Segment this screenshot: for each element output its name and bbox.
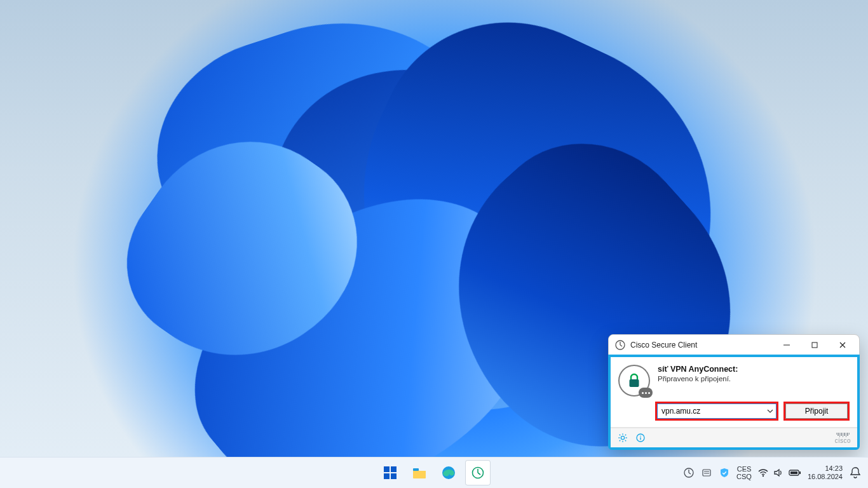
taskbar-clock[interactable]: 14:23 16.08.2024 [808, 464, 843, 481]
server-combobox[interactable] [657, 403, 776, 419]
svg-rect-1 [812, 342, 817, 348]
clock-time: 14:23 [808, 464, 843, 473]
gear-icon[interactable] [617, 432, 628, 444]
server-input[interactable] [658, 404, 764, 418]
svg-rect-5 [384, 466, 390, 472]
window-title: Cisco Secure Client [630, 341, 697, 349]
svg-rect-2 [630, 379, 639, 387]
battery-icon[interactable] [789, 469, 801, 477]
svg-rect-17 [790, 471, 797, 474]
tray-cisco-icon[interactable] [683, 467, 695, 478]
taskbar: CES CSQ 14:23 16.08.2024 [0, 457, 868, 488]
svg-rect-9 [413, 468, 419, 471]
connect-button-highlight: Připojit [783, 402, 850, 421]
window-close-button[interactable] [829, 336, 857, 355]
taskbar-cisco-client[interactable] [465, 460, 491, 485]
connect-button[interactable]: Připojit [785, 403, 848, 419]
start-button[interactable] [377, 460, 403, 485]
wifi-icon[interactable] [758, 468, 768, 477]
language-bottom: CSQ [736, 473, 752, 480]
svg-point-4 [640, 436, 641, 437]
cisco-logo-text: cisco [835, 438, 851, 444]
svg-rect-7 [384, 473, 390, 479]
clock-date: 16.08.2024 [808, 473, 843, 481]
volume-icon[interactable] [773, 468, 783, 477]
chevron-down-icon[interactable] [764, 404, 776, 418]
vpn-section-title: síť VPN AnyConnect: [658, 365, 738, 374]
window-content: síť VPN AnyConnect: Připraveno k připoje… [608, 355, 860, 450]
svg-rect-6 [391, 466, 397, 472]
system-tray-toggles[interactable] [758, 468, 801, 477]
cisco-secure-client-window: Cisco Secure Client [608, 334, 860, 450]
server-field-highlight [655, 402, 778, 421]
svg-rect-13 [703, 470, 710, 476]
svg-rect-8 [391, 473, 397, 479]
tray-app-icon[interactable] [701, 467, 712, 478]
notifications-button[interactable] [849, 466, 862, 479]
vpn-status-icon [618, 365, 650, 396]
window-maximize-button[interactable] [801, 336, 829, 355]
cisco-logo: cisco [835, 433, 851, 444]
svg-point-14 [763, 475, 764, 477]
status-more-icon [639, 388, 653, 398]
taskbar-file-explorer[interactable] [407, 460, 432, 485]
svg-rect-16 [799, 471, 801, 474]
info-icon[interactable] [635, 432, 646, 444]
vpn-status-text: Připraveno k připojení. [658, 375, 738, 383]
taskbar-edge[interactable] [436, 460, 461, 485]
language-top: CES [736, 465, 752, 473]
window-footer: cisco [611, 428, 857, 447]
window-minimize-button[interactable] [773, 336, 801, 355]
language-indicator[interactable]: CES CSQ [736, 465, 752, 480]
tray-security-icon[interactable] [719, 467, 730, 478]
window-titlebar[interactable]: Cisco Secure Client [609, 335, 859, 355]
app-icon [615, 340, 625, 350]
